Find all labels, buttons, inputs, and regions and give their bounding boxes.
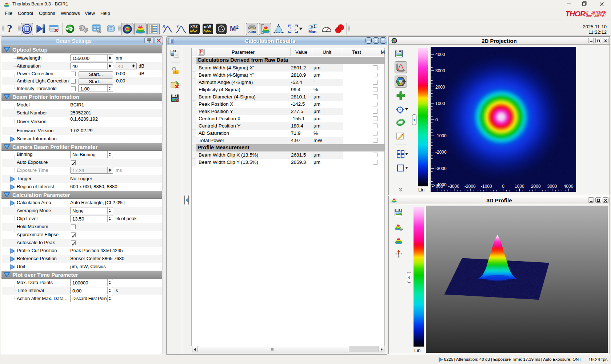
svg-text:-2000: -2000	[464, 184, 476, 189]
svg-text:-3000: -3000	[435, 166, 447, 171]
svg-text:4000: 4000	[564, 184, 574, 189]
svg-text:3000: 3000	[435, 68, 445, 73]
svg-text:-1000: -1000	[481, 184, 492, 189]
svg-text:-3000: -3000	[448, 184, 459, 189]
svg-text:Y: Y	[176, 24, 179, 28]
svg-text:4000: 4000	[435, 52, 445, 57]
svg-text:-4000: -4000	[432, 184, 443, 189]
svg-text:Man.: Man.	[308, 29, 318, 34]
svg-text:XYZ: XYZ	[190, 24, 198, 29]
svg-text:3000: 3000	[547, 184, 557, 189]
svg-text:2000: 2000	[435, 85, 445, 90]
svg-text:-2000: -2000	[435, 150, 447, 155]
svg-text:mW: mW	[204, 24, 211, 29]
svg-text:0: 0	[435, 117, 438, 122]
svg-text:θ: θ	[311, 25, 313, 29]
svg-text:X: X	[162, 24, 165, 28]
svg-text:-1000: -1000	[435, 133, 447, 138]
svg-text:Auto: Auto	[248, 30, 256, 34]
svg-text:1000: 1000	[435, 101, 445, 106]
svg-text:0: 0	[502, 184, 504, 189]
svg-text:2000: 2000	[531, 184, 541, 189]
svg-text:1000: 1000	[515, 184, 524, 189]
svg-text:LABS: LABS	[586, 9, 606, 18]
svg-text:THOR: THOR	[565, 9, 586, 18]
